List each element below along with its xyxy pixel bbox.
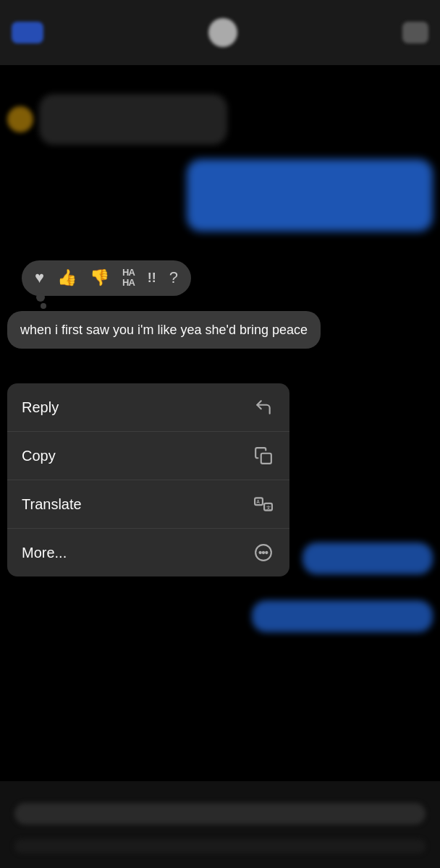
blurred-message-2 [187, 159, 433, 231]
svg-point-7 [263, 552, 264, 553]
translate-label: Translate [22, 496, 82, 513]
reaction-question[interactable]: ? [169, 268, 178, 287]
svg-text:A: A [256, 499, 260, 504]
svg-point-8 [266, 552, 267, 553]
context-menu: Reply Copy Translate [7, 383, 289, 576]
bottom-blur-1 [14, 803, 426, 825]
chat-area: ♥ 👍 👎 HAHA !! ? when i first saw you i'm… [0, 65, 440, 868]
copy-label: Copy [22, 448, 56, 464]
context-reply[interactable]: Reply [7, 383, 289, 432]
reaction-picker[interactable]: ♥ 👍 👎 HAHA !! ? [22, 260, 191, 296]
svg-point-6 [260, 552, 261, 553]
message-text: when i first saw you i'm like yea she'd … [20, 323, 308, 337]
reaction-heart[interactable]: ♥ [35, 268, 44, 287]
message-bubble: when i first saw you i'm like yea she'd … [7, 311, 321, 349]
reaction-haha[interactable]: HAHA [122, 268, 135, 289]
blurred-outgoing-4 [252, 600, 433, 632]
bottom-blur-2 [14, 839, 426, 854]
reaction-thumbsdown[interactable]: 👎 [90, 268, 109, 287]
top-bar [0, 0, 440, 65]
back-button[interactable] [12, 22, 43, 43]
reply-icon [252, 396, 275, 419]
contact-avatar [7, 106, 33, 132]
context-translate[interactable]: Translate A 文 [7, 480, 289, 529]
more-icon [252, 541, 275, 564]
reaction-emphasis[interactable]: !! [148, 271, 156, 286]
avatar [208, 18, 237, 47]
blurred-bubble [39, 94, 227, 145]
reply-label: Reply [22, 399, 59, 416]
svg-text:文: 文 [266, 505, 271, 510]
blurred-outgoing-3 [302, 542, 433, 574]
context-copy[interactable]: Copy [7, 432, 289, 480]
picker-tail2 [41, 303, 46, 309]
context-more[interactable]: More... [7, 529, 289, 576]
blurred-outgoing-bubble [187, 159, 433, 231]
more-label: More... [22, 545, 67, 561]
options-button[interactable] [402, 22, 428, 43]
svg-rect-0 [261, 454, 271, 464]
reaction-thumbsup[interactable]: 👍 [57, 268, 77, 287]
blurred-message-4 [252, 600, 433, 632]
picker-tail [36, 293, 45, 302]
blurred-message-1 [7, 94, 433, 145]
blurred-message-3 [302, 542, 433, 574]
bottom-bar [0, 781, 440, 868]
translate-icon: A 文 [252, 493, 275, 516]
copy-icon [252, 444, 275, 467]
